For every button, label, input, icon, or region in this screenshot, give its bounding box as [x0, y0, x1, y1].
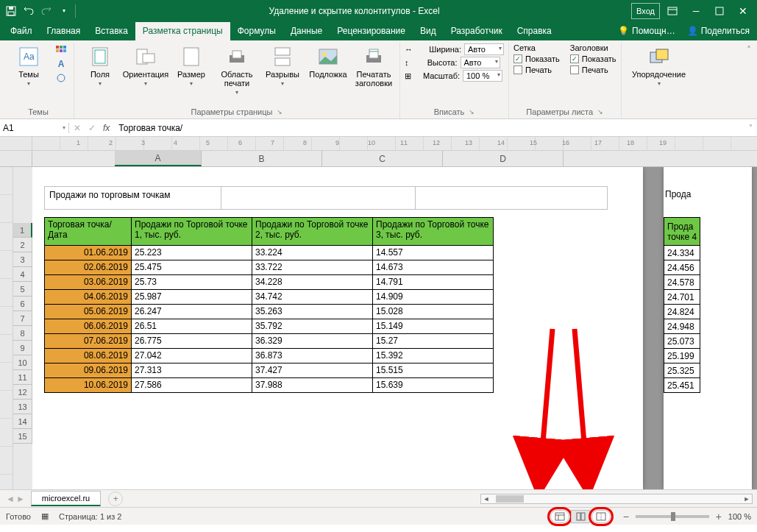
save-button[interactable] — [3, 3, 19, 19]
chevron-down-icon[interactable]: ▾ — [63, 124, 65, 131]
data-table-page2[interactable]: Продаточке 4 24.33424.45624.57824.70124.… — [664, 217, 700, 393]
headings-print-checkbox[interactable]: Печать — [570, 65, 616, 74]
share-button[interactable]: 👤Поделиться — [683, 24, 754, 38]
zoom-out-button[interactable]: − — [621, 511, 631, 522]
row-header[interactable]: 14 — [13, 414, 32, 429]
tell-me-button[interactable]: 💡Помощн… — [614, 24, 680, 38]
ribbon-display-options-button[interactable] — [661, 3, 683, 19]
share-icon: 👤 — [687, 26, 698, 36]
tab-home[interactable]: Главная — [40, 22, 88, 40]
row-header[interactable]: 9 — [13, 341, 32, 355]
bulb-icon: 💡 — [618, 26, 629, 36]
cancel-formula-button[interactable]: ✕ — [74, 123, 81, 133]
height-select[interactable]: Авто — [461, 57, 500, 68]
tab-page-layout[interactable]: Разметка страницы — [135, 22, 230, 40]
zoom-slider[interactable] — [636, 515, 709, 518]
row-header[interactable]: 8 — [13, 326, 32, 341]
fonts-button[interactable]: A — [53, 57, 69, 71]
sheet-dialog-launcher[interactable]: ↘ — [597, 108, 603, 116]
scale-dialog-launcher[interactable]: ↘ — [469, 108, 475, 116]
tab-developer[interactable]: Разработчик — [444, 22, 510, 40]
headings-view-checkbox[interactable]: ✓Показать — [570, 54, 616, 63]
colors-button[interactable] — [53, 43, 69, 57]
background-button[interactable]: Подложка — [307, 43, 349, 80]
svg-rect-30 — [656, 49, 668, 60]
size-button[interactable]: Размер▾ — [170, 43, 213, 88]
name-box[interactable]: A1▾ — [0, 123, 69, 133]
tab-help[interactable]: Справка — [510, 22, 559, 40]
sheet-nav-prev[interactable]: ◄ — [6, 494, 15, 504]
scroll-left-button[interactable]: ◄ — [481, 495, 491, 503]
row-header[interactable]: 2 — [13, 238, 32, 252]
row-header[interactable]: 12 — [13, 385, 32, 400]
sheet-nav-next[interactable]: ► — [16, 494, 25, 504]
print-area-button[interactable]: Область печати▾ — [216, 43, 258, 97]
col-header-d[interactable]: D — [443, 151, 564, 166]
arrange-button[interactable]: Упорядочение▾ — [626, 43, 692, 88]
effects-button[interactable] — [53, 71, 69, 85]
tab-data[interactable]: Данные — [283, 22, 330, 40]
breaks-button[interactable]: Разрывы▾ — [261, 43, 304, 88]
macro-recorder-icon[interactable]: ▦ — [41, 511, 49, 521]
tab-view[interactable]: Вид — [413, 22, 444, 40]
col-header-b[interactable]: B — [202, 151, 322, 166]
sheet-tab-bar: ◄ ► microexcel.ru + ◄ ► — [0, 489, 757, 507]
close-button[interactable]: ✕ — [732, 3, 754, 19]
row-header[interactable]: 6 — [13, 297, 32, 311]
gridlines-header: Сетка — [513, 43, 560, 52]
col-header-c[interactable]: C — [322, 151, 443, 166]
undo-button[interactable] — [21, 3, 37, 19]
normal-view-button[interactable] — [550, 510, 569, 523]
svg-rect-12 — [60, 49, 63, 52]
row-header[interactable]: 1 — [13, 223, 32, 238]
new-sheet-button[interactable]: + — [108, 492, 123, 506]
row-header[interactable]: 5 — [13, 282, 32, 297]
row-header[interactable]: 15 — [13, 429, 32, 444]
svg-rect-31 — [555, 513, 564, 520]
collapse-ribbon-button[interactable]: ˄ — [747, 45, 751, 55]
horizontal-scrollbar[interactable]: ◄ ► — [480, 494, 753, 504]
page-layout-view-button[interactable] — [571, 510, 590, 523]
scroll-thumb[interactable] — [496, 495, 524, 503]
row-header[interactable]: 7 — [13, 311, 32, 326]
row-header[interactable]: 10 — [13, 355, 32, 370]
col-header-a[interactable]: A — [115, 151, 202, 166]
gridlines-print-checkbox[interactable]: Печать — [513, 65, 560, 74]
header-area[interactable]: Продажи по торговым точкам — [44, 186, 608, 210]
title-controls: Вход ‒ ✕ — [631, 3, 754, 19]
page-setup-dialog-launcher[interactable]: ↘ — [277, 108, 282, 116]
zoom-level[interactable]: 100 % — [728, 512, 751, 521]
scale-input[interactable]: 100 % — [463, 70, 502, 82]
formula-bar: A1▾ ✕ ✓ fx Торговая точка/ ˅ — [0, 119, 757, 137]
row-header[interactable]: 3 — [13, 252, 32, 267]
scroll-right-button[interactable]: ► — [742, 495, 752, 503]
horizontal-ruler: 12345678910111213141516171819 — [0, 137, 757, 151]
tab-file[interactable]: Файл — [3, 22, 40, 40]
login-button[interactable]: Вход — [631, 3, 660, 19]
expand-formula-bar-button[interactable]: ˅ — [744, 124, 757, 132]
orientation-button[interactable]: Ориентация▾ — [124, 43, 167, 88]
row-header[interactable]: 13 — [13, 400, 32, 414]
row-header[interactable]: 11 — [13, 370, 32, 385]
maximize-button[interactable] — [708, 3, 731, 19]
qat-customize-button[interactable]: ▾ — [56, 3, 72, 19]
tab-insert[interactable]: Вставка — [88, 22, 135, 40]
formula-input[interactable]: Торговая точка/ — [114, 123, 744, 133]
enter-formula-button[interactable]: ✓ — [88, 123, 96, 133]
ribbon-group-arrange: Упорядочение▾ — [622, 42, 697, 118]
sheet-tab[interactable]: microexcel.ru — [31, 491, 101, 506]
insert-function-button[interactable]: fx — [103, 123, 110, 133]
tab-review[interactable]: Рецензирование — [330, 22, 413, 40]
tab-formulas[interactable]: Формулы — [230, 22, 283, 40]
page-break-view-button[interactable] — [591, 510, 611, 523]
margins-button[interactable]: Поля▾ — [79, 43, 121, 88]
data-table[interactable]: Торговая точка/ ДатаПродажи по Торговой … — [44, 217, 494, 393]
width-select[interactable]: Авто — [464, 43, 504, 55]
themes-button[interactable]: Aa Темы▾ — [7, 43, 50, 88]
zoom-in-button[interactable]: + — [714, 511, 724, 522]
redo-button[interactable] — [38, 3, 54, 19]
gridlines-view-checkbox[interactable]: ✓Показать — [513, 54, 560, 63]
minimize-button[interactable]: ‒ — [685, 3, 707, 19]
print-titles-button[interactable]: Печатать заголовки — [352, 43, 395, 89]
row-header[interactable]: 4 — [13, 267, 32, 282]
